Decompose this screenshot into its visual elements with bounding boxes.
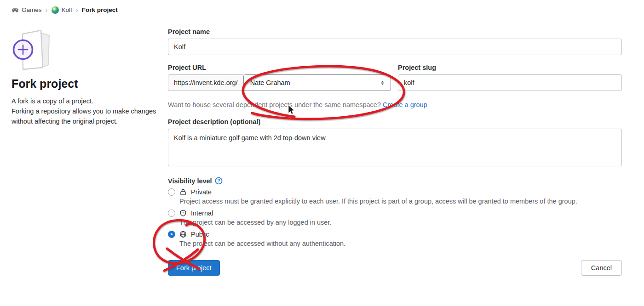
private-option-label[interactable]: Private xyxy=(191,188,212,196)
namespace-hint-text: Want to house several dependent projects… xyxy=(168,101,381,108)
internal-radio[interactable] xyxy=(168,210,175,217)
fork-project-form: Project name Project URL https://invent.… xyxy=(168,28,622,276)
chevron-up-down-icon xyxy=(379,79,386,86)
visibility-section: Visibility level ? Private Project acces… xyxy=(168,177,622,248)
project-url-label: Project URL xyxy=(168,64,391,71)
shield-icon xyxy=(179,210,187,217)
internal-option-label[interactable]: Internal xyxy=(191,210,213,217)
project-slug-label: Project slug xyxy=(398,64,622,71)
project-name-group: Project name xyxy=(168,28,622,55)
project-url-prefix: https://invent.kde.org/ xyxy=(168,74,243,91)
namespace-selected-value: Nate Graham xyxy=(250,79,290,86)
public-option-label[interactable]: Public xyxy=(191,231,209,238)
create-group-link[interactable]: Create a group xyxy=(383,101,427,108)
fork-description: A fork is a copy of a project. Forking a… xyxy=(12,96,156,126)
namespace-hint: Want to house several dependent projects… xyxy=(168,101,622,108)
project-slug-group: Project slug xyxy=(398,64,622,91)
form-actions: Fork project Cancel xyxy=(168,260,622,276)
kolf-project-avatar xyxy=(52,6,59,14)
breadcrumb-games[interactable]: Games xyxy=(12,6,42,14)
fork-description-line1: A fork is a copy of a project. xyxy=(12,97,93,105)
page-title: Fork project xyxy=(12,77,156,91)
fork-info-panel: Fork project A fork is a copy of a proje… xyxy=(12,28,156,276)
help-question-icon[interactable]: ? xyxy=(215,177,223,185)
project-description-group: Project description (optional) Kolf is a… xyxy=(168,118,622,168)
fork-project-button[interactable]: Fork project xyxy=(168,260,220,276)
lock-icon xyxy=(179,188,187,196)
public-option-description: The project can be accessed without any … xyxy=(179,239,622,248)
fork-project-page: Fork project A fork is a copy of a proje… xyxy=(0,20,644,276)
visibility-option-private: Private Project access must be granted e… xyxy=(168,188,622,206)
url-slug-row: Project URL https://invent.kde.org/ Nate… xyxy=(168,64,622,91)
visibility-option-public: Public The project can be accessed witho… xyxy=(168,231,622,248)
breadcrumb: Games › Kolf › Fork project xyxy=(0,0,644,20)
project-slug-input[interactable] xyxy=(398,74,622,91)
project-url-group: Project URL https://invent.kde.org/ Nate… xyxy=(168,64,391,91)
internal-option-description: The project can be accessed by any logge… xyxy=(179,218,622,227)
fork-description-line2: Forking a repository allows you to make … xyxy=(12,108,156,125)
breadcrumb-separator: › xyxy=(45,6,48,13)
visibility-option-internal: Internal The project can be accessed by … xyxy=(168,210,622,227)
svg-text:?: ? xyxy=(217,178,220,183)
private-option-description: Project access must be granted explicitl… xyxy=(179,197,622,206)
project-name-label: Project name xyxy=(168,28,622,35)
globe-icon xyxy=(179,231,187,238)
project-description-label: Project description (optional) xyxy=(168,118,622,125)
breadcrumb-separator: › xyxy=(75,6,79,13)
project-description-textarea[interactable]: Kolf is a miniature golf game with 2d to… xyxy=(168,129,622,166)
breadcrumb-current-page: Fork project xyxy=(82,6,118,13)
public-radio[interactable] xyxy=(168,231,175,238)
cancel-button[interactable]: Cancel xyxy=(581,260,622,276)
breadcrumb-games-label: Games xyxy=(22,6,42,13)
breadcrumb-page-label: Fork project xyxy=(82,6,118,13)
gamepad-icon xyxy=(12,6,19,14)
project-name-input[interactable] xyxy=(168,39,622,55)
fork-illustration xyxy=(12,29,156,73)
breadcrumb-project[interactable]: Kolf xyxy=(52,6,72,14)
namespace-select[interactable]: Nate Graham xyxy=(243,74,391,91)
private-radio[interactable] xyxy=(168,188,175,196)
breadcrumb-project-label: Kolf xyxy=(62,6,72,13)
visibility-level-label: Visibility level xyxy=(168,177,212,185)
